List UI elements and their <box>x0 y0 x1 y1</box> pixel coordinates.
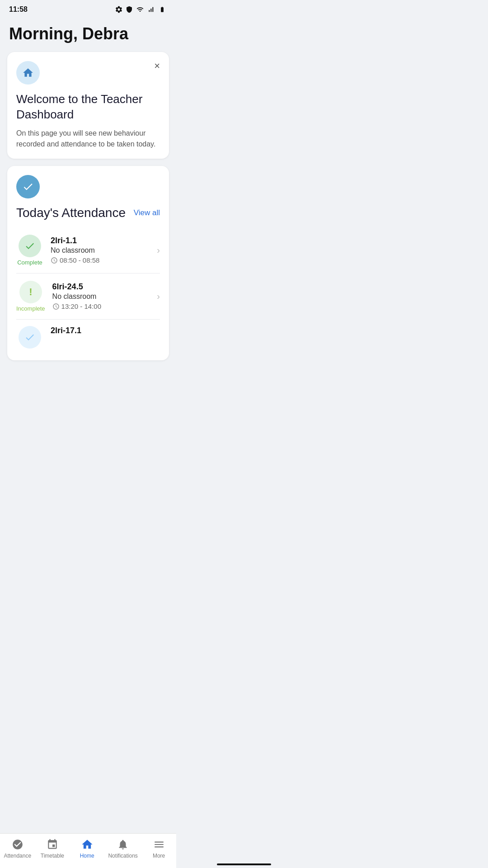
nav-notifications-icon <box>117 838 129 851</box>
nav-attendance-icon <box>11 838 24 851</box>
greeting-text: Morning, Debra <box>9 24 167 43</box>
welcome-description: On this page you will see new behaviour … <box>16 128 160 150</box>
nav-timetable-label: Timetable <box>41 853 64 859</box>
item-1-info: 2lri-1.1 No classroom 08:50 - 08:58 <box>51 236 150 264</box>
nav-item-timetable[interactable]: Timetable <box>39 838 66 859</box>
partial-circle <box>19 326 41 349</box>
home-icon <box>22 67 34 79</box>
status-complete-wrap: Complete <box>16 235 43 266</box>
nav-item-more[interactable]: More <box>145 838 173 859</box>
nav-item-home[interactable]: Home <box>74 838 101 859</box>
attendance-item-2[interactable]: ! Incomplete 6lri-24.5 No classroom 13:2… <box>16 274 160 320</box>
attendance-icon-circle <box>16 175 40 198</box>
exclamation-mark: ! <box>29 286 32 298</box>
gear-icon <box>115 5 123 14</box>
nav-notifications-label: Notifications <box>108 853 137 859</box>
complete-label: Complete <box>17 259 42 266</box>
attendance-item-1[interactable]: Complete 2lri-1.1 No classroom 08:50 - 0… <box>16 227 160 274</box>
status-incomplete-wrap: ! Incomplete <box>16 281 45 312</box>
item-3-class: 2lri-17.1 <box>51 326 160 335</box>
welcome-title: Welcome to the Teacher Dashboard <box>16 92 160 123</box>
item-3-info: 2lri-17.1 <box>51 326 160 336</box>
item-2-time: 13:20 - 14:00 <box>52 302 150 310</box>
item-2-info: 6lri-24.5 No classroom 13:20 - 14:00 <box>52 282 150 310</box>
battery-icon <box>157 6 167 13</box>
attendance-card: Today's Attendance View all Complete 2lr… <box>7 166 169 360</box>
status-bar: 11:58 <box>0 0 176 17</box>
bottom-nav: Attendance Timetable Home Notifications <box>0 833 176 868</box>
nav-more-icon <box>153 838 165 851</box>
view-all-button[interactable]: View all <box>134 208 160 217</box>
status-icons <box>115 5 167 14</box>
clock-icon-2 <box>52 303 60 310</box>
checkmark-icon <box>22 181 34 193</box>
attendance-header: Today's Attendance View all <box>16 206 160 220</box>
item-1-room: No classroom <box>51 246 150 255</box>
incomplete-circle: ! <box>19 281 42 303</box>
item-1-time: 08:50 - 08:58 <box>51 256 150 264</box>
signal-icon <box>147 6 155 13</box>
welcome-icon-circle <box>16 61 40 85</box>
status-partial-wrap <box>16 326 43 349</box>
welcome-card: × Welcome to the Teacher Dashboard On th… <box>7 52 169 159</box>
page-header: Morning, Debra <box>0 17 176 52</box>
clock-icon-1 <box>51 257 58 264</box>
item-2-class: 6lri-24.5 <box>52 282 150 292</box>
nav-more-label: More <box>153 853 165 859</box>
status-time: 11:58 <box>9 5 28 14</box>
attendance-item-3-partial[interactable]: 2lri-17.1 <box>16 320 160 351</box>
main-content: Morning, Debra × Welcome to the Teacher … <box>0 17 176 413</box>
nav-item-attendance[interactable]: Attendance <box>4 838 31 859</box>
incomplete-label: Incomplete <box>16 305 45 312</box>
nav-attendance-label: Attendance <box>4 853 31 859</box>
item-2-timerange: 13:20 - 14:00 <box>61 302 101 310</box>
item-1-class: 2lri-1.1 <box>51 236 150 245</box>
item-1-timerange: 08:50 - 08:58 <box>60 256 99 264</box>
chevron-icon-2: › <box>157 291 160 302</box>
nav-timetable-icon <box>46 838 59 851</box>
nav-item-notifications[interactable]: Notifications <box>108 838 137 859</box>
attendance-title: Today's Attendance <box>16 206 126 220</box>
welcome-close-button[interactable]: × <box>154 61 160 71</box>
nav-home-label: Home <box>80 853 94 859</box>
item-2-room: No classroom <box>52 292 150 301</box>
nav-home-icon <box>81 838 94 851</box>
check-icon-partial <box>24 332 35 343</box>
shield-icon <box>126 5 133 14</box>
wifi-icon <box>136 6 145 13</box>
complete-circle <box>19 235 41 257</box>
check-icon <box>24 241 35 251</box>
chevron-icon-1: › <box>157 245 160 255</box>
